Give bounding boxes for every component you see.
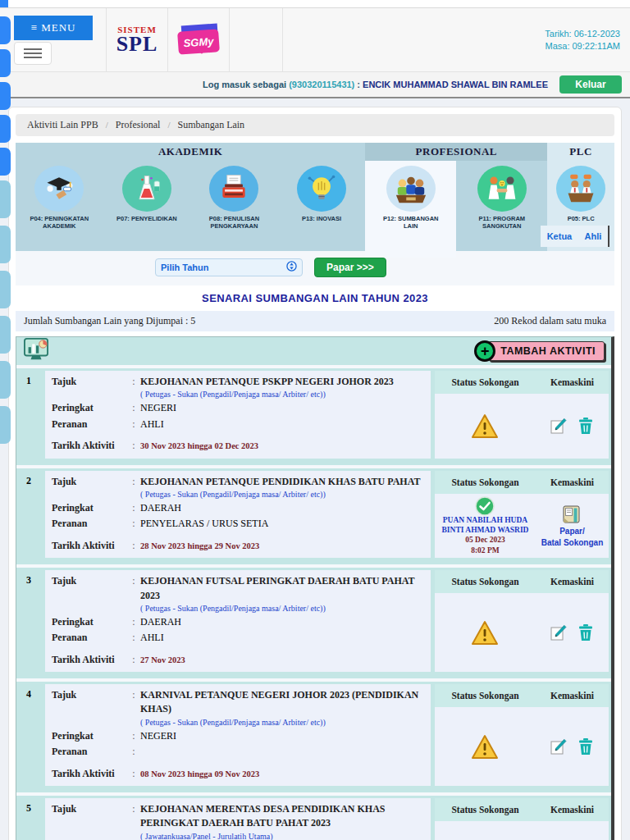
record-actions-panel: Status Sokongan Kemaskini [435, 371, 609, 459]
edit-icon[interactable] [550, 737, 568, 756]
view-cancel-support-link[interactable]: Batal Sokongan [541, 538, 604, 548]
breadcrumb-item-profesional[interactable]: Profesional [116, 119, 161, 130]
record-details: Tajuk : KARNIVAL PETANQUE NEGERI JOHOR 2… [45, 684, 431, 786]
warning-icon [471, 413, 499, 439]
record-title: KARNIVAL PETANQUE NEGERI JOHOR 2023 (PEN… [140, 688, 424, 717]
record-subtitle: ( Petugas - Sukan (Pengadil/Penjaga masa… [140, 603, 424, 614]
breadcrumb-item-sumbangan[interactable]: Sumbangan Lain [177, 119, 244, 130]
record-number: 5 [16, 798, 41, 840]
add-activity-button[interactable]: + TAMBAH AKTIVITI [474, 340, 605, 362]
field-label-peringkat: Peringkat [52, 615, 127, 629]
program-tab-p11[interactable]: P11: PROGRAM SANGKUTAN [456, 161, 547, 251]
view-support-icon[interactable] [561, 504, 582, 525]
column-header-kemaskini: Kemaskini [536, 691, 609, 701]
program-tab-caption: P04: PENINGKATAN AKADEMIK [30, 215, 89, 230]
main-card: Aktiviti Lain PPB / Profesional / Sumban… [8, 107, 622, 840]
status-cell [435, 413, 536, 439]
logout-button[interactable]: Keluar [559, 75, 622, 94]
edge-tab[interactable] [0, 361, 11, 399]
edge-tab[interactable] [0, 406, 11, 444]
report-chart-icon[interactable] [23, 337, 49, 365]
program-tab-p08[interactable]: P08: PENULISAN PENGKARYAAN [190, 161, 278, 251]
program-tab-p13[interactable]: P13: INOVASI [278, 161, 366, 251]
records-found-label: Jumlah Sumbangan Lain yang Dijumpai : 5 [24, 315, 195, 327]
hamburger-icon[interactable] [14, 42, 52, 65]
approved-check-icon [475, 496, 495, 516]
edge-tab[interactable] [0, 115, 11, 143]
sgmy-bubble-text: SGMy [177, 29, 220, 54]
record-details: Tajuk : KEJOHANAN MERENTAS DESA PENDIDIK… [45, 798, 431, 840]
edge-tab[interactable] [0, 148, 11, 176]
date-label: Tarikh: 06-12-2023 [545, 28, 620, 40]
delete-icon[interactable] [578, 623, 594, 641]
column-header-kemaskini: Kemaskini [536, 377, 609, 387]
login-separator: : [357, 80, 360, 89]
program-tab-icon [556, 166, 605, 212]
column-header-status: Status Sokongan [435, 577, 536, 587]
role-link-ketua[interactable]: Ketua [547, 231, 573, 241]
record-peranan: AHLI [140, 631, 424, 645]
role-link-ahli[interactable]: Ahli [585, 231, 602, 241]
handshake-icon [484, 172, 520, 205]
edge-tab[interactable] [0, 226, 11, 263]
year-select[interactable]: Pilih Tahun [155, 258, 303, 276]
field-label-tarikh: Tarikh Aktiviti [52, 539, 127, 553]
menu-button[interactable]: ≡ MENU [14, 16, 93, 40]
record-title: KEJOHANAN PETANQUE PSKPP NEGERI JOHOR 20… [140, 375, 424, 389]
sgmy-logo[interactable]: SGMy [168, 8, 230, 71]
edge-tab[interactable] [0, 316, 11, 354]
record-actions-panel: Status Sokongan Kemaskini PUAN NABILAH H… [435, 471, 609, 559]
program-tab-strip: AKADEMIK PROFESIONAL PLC P04: PENINGKATA… [16, 143, 614, 251]
delete-icon[interactable] [578, 737, 594, 756]
login-user-name: ENCIK MUHAMMAD SHAWAL BIN RAMLEE [363, 80, 548, 89]
edge-tab[interactable] [0, 49, 11, 77]
record-number: 3 [16, 570, 41, 672]
record-actions-panel: Status Sokongan Kemaskini [435, 798, 609, 840]
field-label-tajuk: Tajuk [52, 802, 127, 840]
edit-icon[interactable] [550, 417, 568, 435]
record-title: KEJOHANAN MERENTAS DESA PENDIDIKAN KHAS … [140, 802, 424, 831]
role-links-box: Ketua Ahli [541, 226, 609, 247]
breadcrumb-separator: / [106, 120, 108, 130]
header-datetime-cell: Tarikh: 06-12-2023 Masa: 09:22:11AM [283, 8, 630, 71]
status-cell [435, 620, 536, 646]
record-number: 1 [16, 371, 41, 459]
program-tab-p04[interactable]: P04: PENINGKATAN AKADEMIK [16, 161, 103, 251]
field-label-peranan: Peranan [52, 631, 127, 645]
edge-tab[interactable] [0, 180, 11, 218]
group-header-plc: PLC [547, 143, 614, 161]
record-actions-panel: Status Sokongan Kemaskini [435, 570, 609, 672]
spl-logo-main-text: SPL [116, 34, 158, 53]
field-label-tajuk: Tajuk [52, 688, 127, 728]
edit-icon[interactable] [550, 623, 568, 641]
breadcrumb-item-aktiviti[interactable]: Aktiviti Lain PPB [27, 119, 98, 130]
group-header-profesional: PROFESIONAL [365, 143, 547, 161]
edge-tab[interactable] [0, 82, 11, 110]
papar-button[interactable]: Papar >>> [314, 258, 386, 277]
program-tab-caption: P13: INOVASI [302, 215, 341, 222]
approval-date: 05 Dec 2023 [465, 535, 505, 545]
lightbulb-icon [304, 172, 340, 205]
edge-tab[interactable] [0, 271, 11, 308]
column-header-kemaskini: Kemaskini [536, 477, 609, 487]
view-cancel-support-link[interactable]: Papar/ [559, 527, 585, 536]
record-peringkat: NEGERI [140, 401, 424, 415]
kemaskini-cell: Papar/Batal Sokongan [536, 504, 609, 548]
program-tab-p12[interactable]: P12: SUMBANGAN LAIN [365, 161, 456, 258]
program-tab-icon [477, 166, 527, 212]
edge-tab[interactable] [0, 16, 11, 44]
people-group-icon [392, 171, 430, 206]
typewriter-icon [216, 172, 252, 205]
add-activity-label: TAMBAH AKTIVITI [488, 341, 605, 361]
program-tab-p07[interactable]: P07: PENYELIDIKAN [103, 161, 191, 251]
column-header-status: Status Sokongan [435, 477, 536, 487]
record-tarikh: 28 Nov 2023 hingga 29 Nov 2023 [140, 539, 424, 553]
spl-logo[interactable]: SISTEM SPL [107, 8, 168, 71]
breadcrumb: Aktiviti Lain PPB / Profesional / Sumban… [16, 114, 614, 136]
record-subtitle: ( Petugas - Sukan (Pengadil/Penjaga masa… [140, 489, 424, 500]
delete-icon[interactable] [578, 417, 594, 435]
record-subtitle: ( Petugas - Sukan (Pengadil/Penjaga masa… [140, 717, 424, 728]
records-per-page-label: 200 Rekod dalam satu muka [494, 315, 606, 327]
field-label-tajuk: Tajuk [52, 375, 127, 399]
record-peringkat: DAERAH [140, 615, 424, 629]
